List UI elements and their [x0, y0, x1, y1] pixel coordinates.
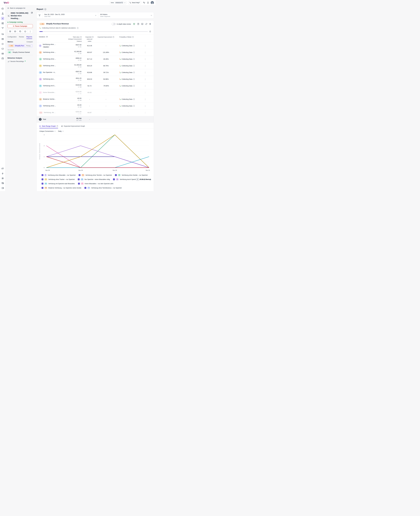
email-button[interactable]	[13, 30, 18, 33]
row-menu-button[interactable]: ⋮	[142, 105, 148, 107]
date-filter[interactable]: Nov 28, 2025 - Dec 01, 2025 Date Filter	[42, 12, 98, 18]
nav-insights[interactable]	[1, 32, 5, 36]
row-menu-button[interactable]: ⋮	[142, 65, 148, 67]
legend-item-V8[interactable]: ✓V8Moderne Verhütung – nur Speichel, kei…	[42, 187, 81, 189]
archive-button[interactable]	[8, 30, 13, 33]
bell-icon[interactable]	[147, 2, 149, 4]
legend-item-V4[interactable]: ✓V4Nur Speichel – keine Wearables nötig	[78, 178, 110, 181]
info-icon[interactable]: i	[133, 58, 135, 60]
info-icon[interactable]: i	[77, 27, 78, 29]
help-icon[interactable]: ?	[92, 36, 94, 38]
nav-widgets[interactable]	[1, 47, 5, 51]
duplicate-button[interactable]	[18, 30, 23, 33]
legend-item-V7[interactable]: ✓V7Keine Wearables – nur dein Speichel z…	[78, 183, 113, 185]
need-help-button[interactable]: Need Help?	[128, 1, 141, 4]
help-icon[interactable]: ?	[57, 125, 58, 127]
secondary-metric-row[interactable]: M2 Shopify Checkout Started	[8, 51, 33, 55]
info-icon[interactable]: i	[133, 98, 135, 100]
metric-title[interactable]: Shopify Purchase Revenue	[46, 23, 69, 25]
legend-item-V1[interactable]: ✓V1Verhütung ohne Technik – nur Speichel	[79, 174, 112, 176]
activity-pulse-icon[interactable]	[143, 2, 145, 4]
nav-rollback[interactable]	[1, 181, 5, 185]
in-depth-toggle[interactable]	[112, 23, 116, 25]
legend-checkbox[interactable]: ✓	[113, 178, 115, 180]
settings-button[interactable]: ⚙	[149, 23, 151, 25]
tab-review[interactable]: Review	[19, 36, 24, 39]
legend-checkbox[interactable]: ✓	[78, 178, 80, 180]
variation-name[interactable]: Nur Speichel – k...	[43, 71, 56, 73]
row-menu-button[interactable]: ⋮	[142, 58, 148, 60]
variation-name[interactable]: Verhütung durc...	[43, 78, 55, 80]
info-icon[interactable]: i	[133, 78, 135, 80]
nav-scheduler[interactable]	[1, 57, 5, 60]
legend-checkbox[interactable]: ✓	[42, 183, 43, 185]
nav-server-stack[interactable]	[1, 52, 5, 55]
info-icon[interactable]: i	[133, 105, 135, 107]
variation-name[interactable]: Verhütung ohne ...	[43, 65, 56, 67]
variation-name[interactable]: Keine Wearable...	[43, 92, 56, 93]
nav-experiments[interactable]	[1, 12, 5, 15]
account-id-pill[interactable]: #996036	[115, 2, 124, 4]
nav-dashboard[interactable]	[1, 7, 5, 10]
pause-campaign-button[interactable]: Pause Campaign	[8, 24, 33, 28]
nav-targeting[interactable]	[1, 42, 5, 46]
session-recordings-link[interactable]: Session Recordings	[8, 61, 33, 62]
legend-checkbox[interactable]: ✓	[84, 187, 86, 189]
info-icon[interactable]: i	[133, 72, 135, 73]
variation-name[interactable]: Verhütung ohne ...	[43, 58, 56, 60]
more-actions-button[interactable]: ⋮	[28, 30, 33, 33]
legend-checkbox[interactable]: ✓	[79, 174, 81, 176]
nav-funnel-split[interactable]	[1, 26, 5, 30]
tab-date-range-graph[interactable]: Date Range Graph ?	[39, 125, 58, 128]
legend-checkbox[interactable]: ✓	[115, 174, 117, 176]
nav-ab-testing[interactable]: AB	[1, 16, 5, 20]
info-icon[interactable]: i	[133, 45, 135, 46]
row-menu-button[interactable]: ⋮	[142, 78, 148, 80]
info-icon[interactable]: i	[133, 85, 135, 87]
pie-report-button[interactable]	[137, 23, 139, 25]
tab-expected-improvement-graph[interactable]: Expected Improvement Graph	[61, 125, 85, 128]
legend-checkbox[interactable]: ✓	[42, 174, 43, 176]
nav-settings-sliders[interactable]	[1, 177, 5, 180]
smart-stats-button[interactable]	[133, 23, 135, 25]
legend-item-V2[interactable]: ✓V2Verhütung ohne Geräte – nur Speichel	[115, 174, 148, 176]
segment-filter[interactable]: All Visitors Visitor Segments	[98, 12, 154, 18]
row-menu-button[interactable]: ⋮	[142, 85, 148, 87]
bell-outline-icon[interactable]	[149, 31, 151, 32]
nav-data-archive[interactable]	[1, 37, 5, 41]
tab-configuration[interactable]: Configuration	[8, 36, 16, 39]
variation-name[interactable]: Verhütung, die ...	[44, 112, 56, 114]
legend-item-V3[interactable]: ✓V3Verhütung ohne Tracker – nur Speichel	[42, 178, 75, 181]
back-to-campaigns-link[interactable]: Back to campaigns list	[8, 7, 33, 9]
row-menu-button[interactable]: ⋮	[142, 98, 148, 100]
row-menu-button[interactable]: ⋮	[142, 112, 148, 114]
edit-pencil-icon[interactable]	[31, 12, 33, 14]
variation-name[interactable]: Verhütung ohne ...	[43, 43, 56, 46]
info-icon[interactable]: i	[133, 52, 135, 53]
row-menu-button[interactable]: ⋮	[142, 92, 148, 94]
tab-reports[interactable]: Reports	[26, 36, 32, 39]
nav-personalize[interactable]	[1, 21, 5, 25]
variation-name[interactable]: Verhütung ohne ...	[43, 105, 56, 107]
report-tour-play-icon[interactable]	[44, 8, 46, 10]
nav-side-panel[interactable]	[1, 186, 5, 190]
legend-item-C[interactable]: ✓CVerhütung ohne Wearable – nur Speichel	[42, 174, 75, 176]
help-icon[interactable]: ?	[113, 36, 114, 38]
variation-name[interactable]: Verhütung ohne ...	[43, 51, 56, 54]
variation-name[interactable]: Moderne Verhüt...	[43, 98, 56, 100]
metric-dropdown[interactable]: Unique Conversions	[39, 130, 55, 132]
filter-funnel-icon[interactable]	[46, 36, 48, 38]
copy-icon[interactable]	[121, 2, 123, 3]
history-button[interactable]	[23, 30, 28, 33]
account-selector[interactable]: Inne #996036	[110, 1, 127, 4]
legend-checkbox[interactable]: ✓	[78, 183, 80, 185]
row-menu-button[interactable]: ⋮	[142, 45, 148, 47]
refresh-button[interactable]	[145, 23, 147, 25]
row-menu-button[interactable]: ⋮	[142, 71, 148, 74]
compare-link[interactable]: Compare	[27, 41, 33, 43]
granularity-dropdown[interactable]: Daily	[58, 130, 63, 132]
info-icon[interactable]: i	[133, 65, 135, 67]
legend-item-V6[interactable]: ✓V6Verhütung mit Speichel statt Wearable…	[42, 183, 75, 185]
nav-integrations[interactable]	[1, 172, 5, 175]
glossary-button[interactable]	[141, 23, 143, 25]
